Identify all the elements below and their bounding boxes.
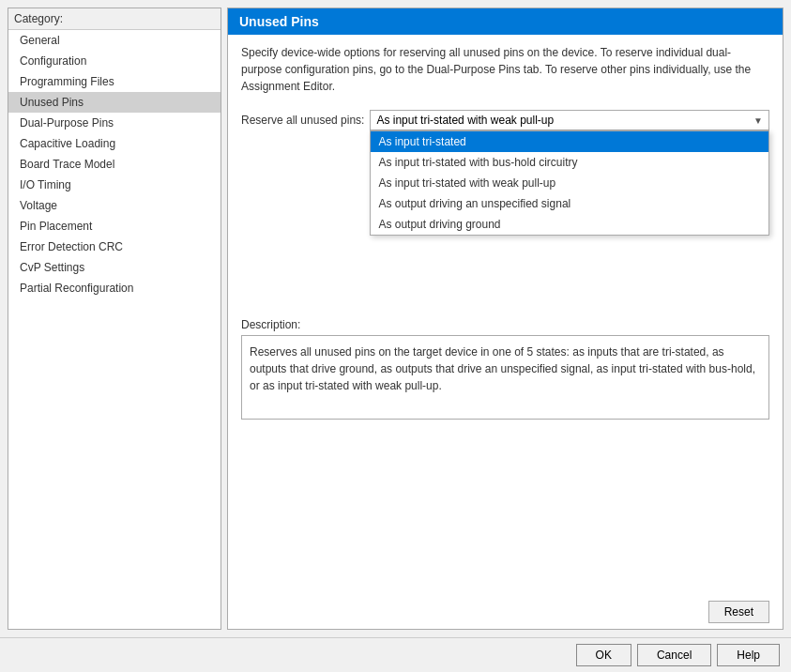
- cancel-button[interactable]: Cancel: [637, 644, 711, 666]
- main-body: Specify device-wide options for reservin…: [228, 35, 783, 595]
- reset-row: Reset: [228, 595, 783, 629]
- reset-button[interactable]: Reset: [708, 601, 769, 623]
- main-header: Unused Pins: [228, 8, 783, 35]
- description-label: Description:: [241, 318, 769, 331]
- red-arrow-annotation: [228, 108, 232, 136]
- info-text: Specify device-wide options for reservin…: [241, 44, 769, 95]
- main-panel: Unused Pins Specify device-wide options …: [227, 8, 783, 630]
- category-panel: Category: General Configuration Programm…: [8, 8, 221, 630]
- reserve-dropdown: As input tri-stated As input tri-stated …: [370, 130, 769, 236]
- help-button[interactable]: Help: [717, 644, 780, 666]
- dropdown-item-unspecified[interactable]: As output driving an unspecified signal: [371, 193, 768, 214]
- reserve-select[interactable]: As input tri-stated with weak pull-up ▼: [370, 110, 769, 130]
- reserve-select-wrapper: As input tri-stated with weak pull-up ▼ …: [370, 110, 769, 130]
- sidebar-item-board-trace-model[interactable]: Board Trace Model: [8, 154, 221, 175]
- sidebar-item-dual-purpose-pins[interactable]: Dual-Purpose Pins: [8, 113, 221, 133]
- dropdown-arrow-icon: ▼: [753, 115, 763, 126]
- sidebar-item-partial-reconfiguration[interactable]: Partial Reconfiguration: [8, 278, 221, 298]
- sidebar-item-pin-placement[interactable]: Pin Placement: [8, 216, 221, 237]
- dropdown-item-ground[interactable]: As output driving ground: [371, 214, 768, 235]
- description-box: Reserves all unused pins on the target d…: [241, 335, 769, 420]
- sidebar-item-capacitive-loading[interactable]: Capacitive Loading: [8, 133, 221, 154]
- dialog-footer: OK Cancel Help: [0, 637, 791, 672]
- dropdown-item-weak-pullup[interactable]: As input tri-stated with weak pull-up: [371, 173, 768, 193]
- sidebar-item-cvp-settings[interactable]: CvP Settings: [8, 257, 221, 278]
- reserve-label: Reserve all unused pins:: [241, 114, 364, 127]
- reserve-selected-value: As input tri-stated with weak pull-up: [376, 114, 753, 127]
- sidebar-item-error-detection-crc[interactable]: Error Detection CRC: [8, 237, 221, 257]
- dialog-container: Category: General Configuration Programm…: [0, 0, 791, 672]
- sidebar-item-unused-pins[interactable]: Unused Pins: [8, 92, 221, 113]
- sidebar-item-general[interactable]: General: [8, 30, 221, 51]
- dropdown-item-tri-stated[interactable]: As input tri-stated: [371, 131, 768, 152]
- sidebar-item-programming-files[interactable]: Programming Files: [8, 71, 221, 92]
- reserve-row: Reserve all unused pins: As input tri-st…: [241, 110, 769, 130]
- description-section: Description: Reserves all unused pins on…: [241, 318, 769, 420]
- sidebar-item-voltage[interactable]: Voltage: [8, 195, 221, 216]
- sidebar-item-io-timing[interactable]: I/O Timing: [8, 175, 221, 195]
- sidebar-item-configuration[interactable]: Configuration: [8, 51, 221, 71]
- dialog-body: Category: General Configuration Programm…: [0, 0, 791, 637]
- category-label: Category:: [8, 8, 221, 30]
- dropdown-item-bus-hold[interactable]: As input tri-stated with bus-hold circui…: [371, 152, 768, 173]
- ok-button[interactable]: OK: [576, 644, 631, 666]
